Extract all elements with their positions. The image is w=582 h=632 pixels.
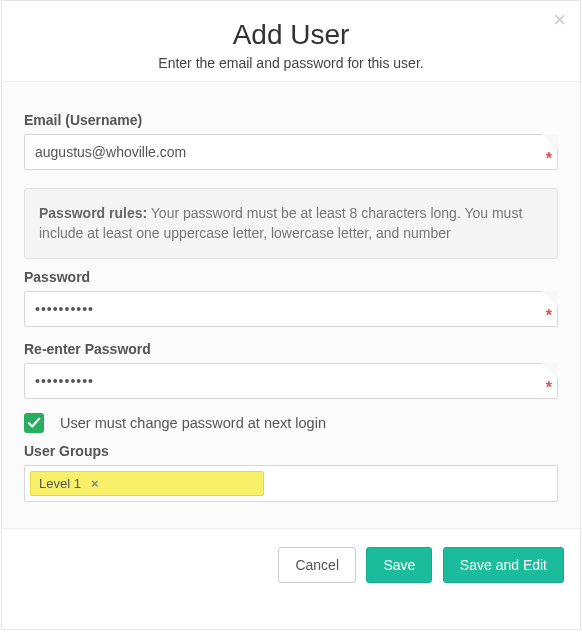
user-groups-label: User Groups bbox=[24, 443, 558, 459]
modal-footer: Cancel Save Save and Edit bbox=[2, 529, 580, 601]
group-tag: Level 1 × bbox=[30, 471, 264, 496]
password-input[interactable] bbox=[24, 291, 558, 327]
password-rules-box: Password rules: Your password must be at… bbox=[24, 188, 558, 259]
user-groups-input[interactable]: Level 1 × bbox=[24, 465, 558, 502]
change-password-checkbox-label: User must change password at next login bbox=[60, 415, 326, 431]
cancel-button[interactable]: Cancel bbox=[278, 547, 356, 583]
modal-title: Add User bbox=[18, 19, 564, 51]
reenter-password-input[interactable] bbox=[24, 363, 558, 399]
email-input-wrap: * bbox=[24, 134, 558, 170]
change-password-checkbox[interactable] bbox=[24, 413, 44, 433]
form-body: Email (Username) * Password rules: Your … bbox=[2, 81, 580, 529]
add-user-modal: × Add User Enter the email and password … bbox=[1, 0, 581, 630]
save-and-edit-button[interactable]: Save and Edit bbox=[443, 547, 564, 583]
password-rules-label: Password rules: bbox=[39, 205, 147, 221]
reenter-password-input-wrap: * bbox=[24, 363, 558, 399]
remove-tag-icon[interactable]: × bbox=[91, 476, 99, 491]
reenter-password-label: Re-enter Password bbox=[24, 341, 558, 357]
group-tag-label: Level 1 bbox=[39, 476, 81, 491]
email-input[interactable] bbox=[24, 134, 558, 170]
check-icon bbox=[27, 416, 41, 430]
password-label: Password bbox=[24, 269, 558, 285]
modal-subtitle: Enter the email and password for this us… bbox=[18, 55, 564, 71]
save-button[interactable]: Save bbox=[366, 547, 432, 583]
close-button[interactable]: × bbox=[553, 9, 566, 31]
email-label: Email (Username) bbox=[24, 112, 558, 128]
change-password-checkbox-row: User must change password at next login bbox=[24, 413, 558, 433]
password-input-wrap: * bbox=[24, 291, 558, 327]
modal-header: × Add User Enter the email and password … bbox=[2, 1, 580, 81]
